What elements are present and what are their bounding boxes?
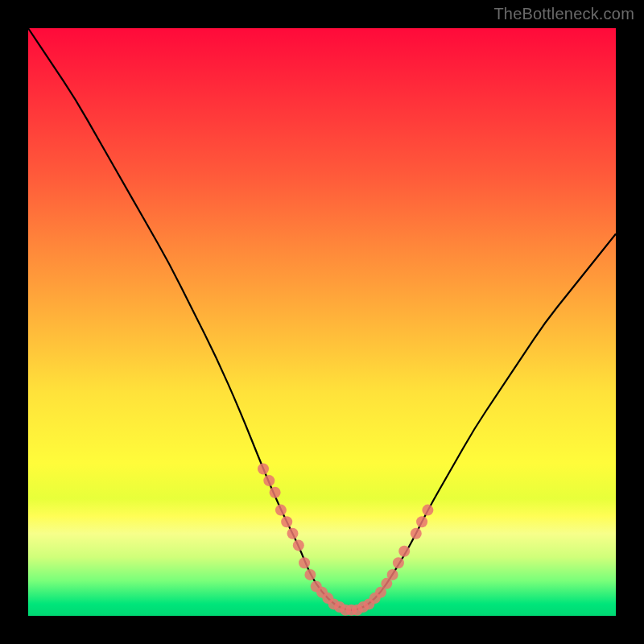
marker-point bbox=[299, 557, 310, 568]
curve-line bbox=[28, 28, 616, 610]
marker-point bbox=[287, 528, 299, 539]
plot-area bbox=[28, 28, 616, 616]
marker-point bbox=[393, 557, 404, 568]
marker-point bbox=[398, 546, 410, 557]
marker-point bbox=[270, 487, 281, 498]
marker-point bbox=[281, 516, 292, 527]
marker-group bbox=[258, 464, 433, 616]
marker-point bbox=[275, 505, 287, 516]
marker-point bbox=[422, 505, 433, 516]
chart-frame: TheBottleneck.com bbox=[0, 0, 644, 644]
watermark-text: TheBottleneck.com bbox=[493, 5, 634, 23]
marker-point bbox=[411, 528, 422, 539]
marker-point bbox=[263, 475, 275, 486]
marker-point bbox=[387, 569, 398, 580]
marker-point bbox=[304, 569, 316, 580]
marker-point bbox=[293, 539, 304, 551]
marker-point bbox=[258, 464, 269, 475]
chart-svg bbox=[28, 28, 616, 616]
marker-point bbox=[416, 516, 427, 527]
